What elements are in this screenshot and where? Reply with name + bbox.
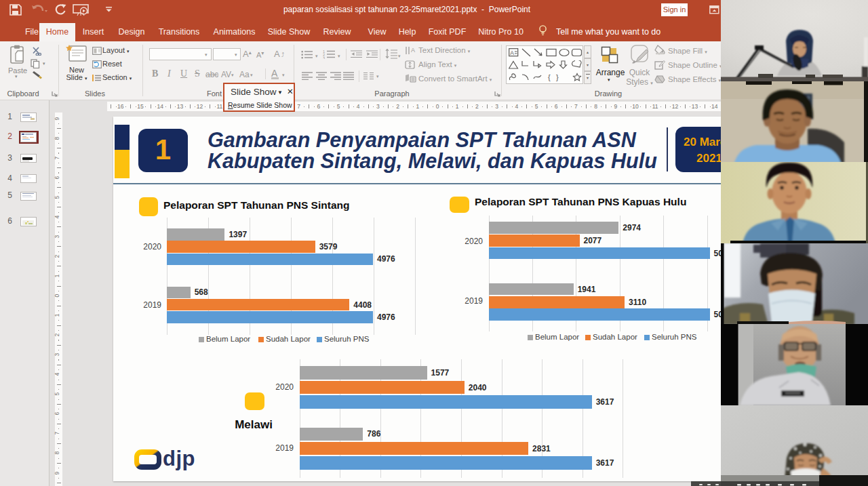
svg-text:3: 3 (323, 56, 325, 59)
svg-text:}: } (556, 73, 559, 81)
svg-text:A: A (510, 49, 514, 56)
svg-text:A: A (411, 47, 415, 54)
svg-text:{: { (548, 73, 551, 81)
